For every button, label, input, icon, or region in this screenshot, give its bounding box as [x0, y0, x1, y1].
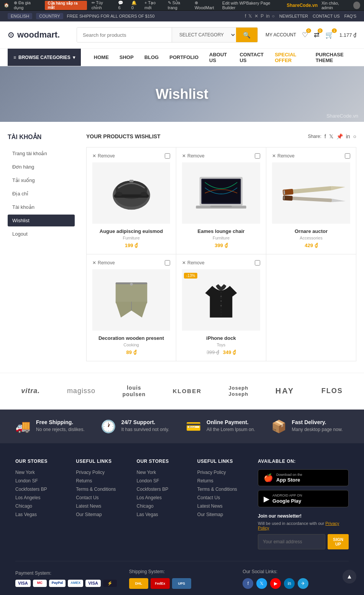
brand-flos[interactable]: FLOS	[321, 387, 343, 395]
sidebar-link-downloads[interactable]: Tải xuống	[8, 174, 75, 186]
newsletter-signup-btn[interactable]: SIGN UP	[328, 534, 349, 549]
sidebar-item-profile[interactable]: Tài khoản	[8, 201, 75, 213]
sidebar-item-logout[interactable]: Logout	[8, 228, 75, 240]
wp-baker[interactable]: Edit with WPBakery Page Builder	[222, 1, 282, 10]
footer-lasvegas-2[interactable]: Las Vegas	[137, 512, 158, 517]
footer-youtube-icon[interactable]: ▶	[270, 578, 281, 589]
newsletter-link[interactable]: NEWSLETTER	[279, 14, 308, 18]
sidebar-link-orders[interactable]: Đơn hàng	[8, 161, 75, 173]
nav-contact[interactable]: CONTACT US	[234, 49, 269, 66]
footer-terms-2[interactable]: Terms & Conditions	[197, 487, 237, 492]
wp-avatar[interactable]	[353, 2, 360, 9]
x-icon[interactable]: ✕	[254, 13, 258, 19]
twitter-icon[interactable]: 𝕏	[248, 13, 252, 19]
select-checkbox-2[interactable]	[255, 153, 260, 159]
nav-about[interactable]: ABOUT US	[204, 49, 234, 66]
share-linkedin-icon[interactable]: in	[346, 133, 350, 139]
footer-la-1[interactable]: Los Angeles	[15, 495, 40, 500]
sidebar-link-account[interactable]: Trang tài khoản	[8, 148, 75, 159]
nav-purchase[interactable]: PURCHASE THEME	[310, 49, 356, 66]
remove-btn-2[interactable]: ✕ Remove	[182, 153, 205, 159]
sidebar-item-account[interactable]: Trang tài khoản	[8, 148, 75, 159]
footer-newyork-2[interactable]: New York	[137, 470, 156, 475]
sidebar-link-address[interactable]: Địa chỉ	[8, 188, 75, 200]
select-checkbox-5[interactable]	[255, 260, 260, 266]
my-account-link[interactable]: MY ACCOUNT	[266, 32, 296, 38]
select-checkbox-1[interactable]	[165, 153, 170, 159]
google-play-btn[interactable]: ▶ ANDROID APP ON Google Play	[258, 490, 349, 507]
wishlist-icon[interactable]: ♡0	[302, 31, 308, 39]
remove-btn-3[interactable]: ✕ Remove	[272, 153, 295, 159]
footer-news-1[interactable]: Latest News	[76, 503, 101, 509]
brand-magisso[interactable]: magisso	[67, 387, 95, 395]
select-checkbox-4[interactable]	[165, 260, 170, 266]
footer-twitter-icon[interactable]: 𝕏	[256, 578, 267, 589]
sidebar-link-profile[interactable]: Tài khoản	[8, 201, 75, 213]
share-facebook-icon[interactable]: f	[325, 133, 326, 139]
footer-cockfosters-2[interactable]: Cockfosters BP	[137, 487, 169, 492]
search-input[interactable]	[77, 28, 172, 42]
share-extra-icon[interactable]: ○	[353, 133, 356, 139]
footer-returns-2[interactable]: Returns	[197, 478, 213, 484]
nav-shop[interactable]: SHOP	[114, 49, 139, 66]
site-logo[interactable]: ⊙ woodmart.	[8, 30, 69, 40]
footer-telegram-icon[interactable]: ✈	[298, 578, 308, 589]
wp-site[interactable]: ⊕ Đa gia dụng	[14, 0, 40, 10]
wp-home-icon[interactable]: 🏠	[4, 3, 9, 8]
footer-cockfosters-1[interactable]: Cockfosters BP	[15, 487, 47, 492]
search-button[interactable]: 🔍	[236, 28, 257, 42]
compare-icon[interactable]: ⇄0	[314, 31, 320, 39]
remove-btn-4[interactable]: ✕ Remove	[92, 260, 115, 266]
sidebar-item-address[interactable]: Địa chỉ	[8, 188, 75, 200]
footer-contact-2[interactable]: Contact Us	[197, 495, 220, 500]
cart-icon[interactable]: 🛒1	[325, 31, 334, 39]
footer-linkedin-icon[interactable]: in	[284, 578, 295, 589]
nav-special-offer[interactable]: SPECIAL OFFER	[269, 49, 310, 66]
footer-london-2[interactable]: London SF	[137, 478, 159, 484]
instagram-icon[interactable]: ○	[272, 13, 275, 19]
facebook-icon[interactable]: f	[245, 13, 246, 19]
footer-privacy-2[interactable]: Privacy Policy	[197, 470, 226, 475]
contact-us-link[interactable]: CONTACT US	[313, 14, 340, 18]
footer-terms-1[interactable]: Terms & Conditions	[76, 487, 116, 492]
brand-louis-poulsen[interactable]: louispoulsen	[122, 385, 146, 398]
sidebar-item-downloads[interactable]: Tải xuống	[8, 174, 75, 186]
nav-blog[interactable]: BLOG	[139, 49, 164, 66]
share-pinterest-icon[interactable]: 📌	[336, 133, 343, 139]
remove-btn-5[interactable]: ✕ Remove	[182, 260, 205, 266]
linkedin-icon[interactable]: in	[266, 13, 269, 19]
footer-privacy-1[interactable]: Privacy Policy	[76, 470, 105, 475]
faq-link[interactable]: FAQ'S	[344, 14, 356, 18]
wp-customize[interactable]: ✏ Tùy chỉnh	[92, 0, 114, 10]
footer-sitemap-2[interactable]: Our Sitemap	[197, 512, 223, 517]
wp-updates[interactable]: 🔔 0	[131, 0, 140, 10]
newsletter-email-input[interactable]	[258, 534, 325, 549]
nav-portfolio[interactable]: PORTFOLIO	[164, 49, 204, 66]
pinterest-icon[interactable]: P	[261, 13, 264, 19]
footer-sitemap-1[interactable]: Our Sitemap	[76, 512, 102, 517]
footer-la-2[interactable]: Los Angeles	[137, 495, 162, 500]
browse-categories-btn[interactable]: ≡ BROWSE CATEGORIES ▾	[8, 49, 81, 66]
footer-contact-1[interactable]: Contact Us	[76, 495, 98, 500]
category-select[interactable]: SELECT CATEGORY	[172, 28, 236, 42]
brand-hay[interactable]: HAY	[275, 387, 294, 395]
brand-joseph[interactable]: JosephJoseph	[229, 385, 249, 397]
wp-woodmart[interactable]: ⊕ WoodMart	[195, 0, 218, 10]
footer-london-1[interactable]: London SF	[15, 478, 38, 484]
brand-vitra[interactable]: vitra.	[21, 387, 40, 395]
cart-total[interactable]: 1.177 ₫	[339, 32, 356, 38]
footer-returns-1[interactable]: Returns	[76, 478, 92, 484]
wp-comments[interactable]: 💬 6	[118, 0, 126, 10]
app-store-btn[interactable]: 🍎 Download on the App Store	[258, 469, 349, 487]
footer-news-2[interactable]: Latest News	[197, 503, 223, 509]
wp-new[interactable]: + Tạo mới	[144, 0, 163, 10]
share-twitter-icon[interactable]: 𝕏	[329, 133, 333, 139]
sidebar-item-wishlist[interactable]: Wishlist	[8, 215, 75, 226]
language-selector[interactable]: ENGLISH	[8, 13, 32, 19]
sidebar-item-orders[interactable]: Đơn hàng	[8, 161, 75, 173]
remove-btn-1[interactable]: ✕ Remove	[92, 153, 115, 159]
nav-home[interactable]: HOME	[89, 49, 114, 66]
footer-chicago-1[interactable]: Chicago	[15, 503, 32, 509]
scroll-top-btn[interactable]: ▲	[343, 570, 356, 584]
country-selector[interactable]: COUNTRY	[36, 13, 63, 19]
